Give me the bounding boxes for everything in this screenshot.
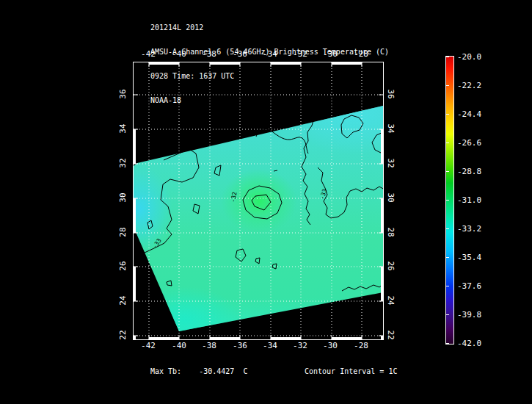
contour-interval-annotation: Contour Interval = 1C: [305, 367, 397, 376]
lon-tick-bottom: -36: [230, 342, 250, 350]
lat-tick-left: 30: [119, 190, 128, 206]
lat-tick-left: 24: [119, 292, 128, 309]
lon-tick-top: -38: [199, 50, 219, 59]
colorbar-tick-label: -42.0: [457, 339, 481, 348]
satellite-swath: [134, 73, 383, 339]
lon-tick-top: -32: [290, 50, 310, 59]
map-plot-svg: -33 -32 -33: [134, 62, 383, 339]
lat-tick-left: 28: [119, 224, 128, 240]
colorbar-tick-label: -31.0: [457, 196, 481, 205]
lon-tick-top: -34: [260, 50, 280, 59]
lon-tick-bottom: -38: [199, 342, 219, 350]
colorbar-tick-label: -22.2: [457, 82, 481, 90]
colorbar-tick-label: -35.4: [457, 253, 481, 262]
colorbar-tick-label: -39.8: [457, 311, 481, 320]
lon-tick-bottom: -42: [138, 342, 158, 350]
lat-tick-left: 22: [119, 327, 128, 343]
colorbar-tick-label: -24.4: [457, 110, 481, 119]
lat-tick-left: 32: [119, 155, 128, 171]
map-plot-frame: -33 -32 -33: [133, 62, 384, 340]
lon-tick-bottom: -40: [169, 342, 189, 350]
lat-tick-left: 36: [119, 86, 128, 102]
lon-tick-top: -30: [320, 50, 340, 59]
lon-tick-bottom: -34: [260, 342, 280, 350]
lat-tick-right: 22: [386, 327, 395, 343]
lon-tick-top: -42: [138, 50, 158, 59]
lon-tick-bottom: -32: [290, 342, 310, 350]
amsu-tb-plot-screen: 201214L 2012 AMSU-A Channel 6 (54.46GHz)…: [0, 0, 532, 404]
lat-tick-right: 36: [386, 86, 395, 102]
lon-tick-bottom: -28: [351, 342, 371, 350]
colorbar-ticks: [446, 57, 449, 345]
lat-tick-right: 30: [386, 190, 395, 206]
colorbar-tick-label: -37.6: [457, 282, 481, 291]
colorbar-tick-label: -20.0: [457, 53, 481, 62]
colorbar-tick-label: -28.8: [457, 167, 481, 176]
colorbar-tick-label: -33.2: [457, 225, 481, 234]
lon-tick-top: -36: [230, 50, 250, 59]
storm-id-line: 201214L 2012: [150, 24, 389, 32]
lon-tick-top: -28: [351, 50, 371, 59]
lat-tick-right: 26: [386, 258, 395, 274]
lat-tick-left: 34: [119, 120, 128, 137]
lat-tick-left: 26: [119, 258, 128, 274]
colorbar-tick-label: -26.6: [457, 139, 481, 148]
lat-tick-right: 34: [386, 120, 395, 137]
lat-tick-right: 24: [386, 292, 395, 309]
lat-tick-right: 28: [386, 224, 395, 240]
max-tb-annotation: Max Tb: -30.4427 C: [150, 367, 247, 376]
lat-tick-right: 32: [386, 155, 395, 171]
lon-tick-bottom: -30: [320, 342, 340, 350]
lon-tick-top: -40: [169, 50, 189, 59]
